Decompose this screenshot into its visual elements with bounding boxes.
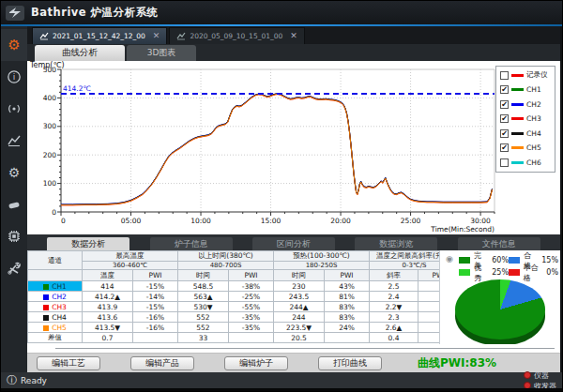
action-button-1[interactable]: 编辑产品: [130, 356, 194, 370]
sidebar-item-info[interactable]: i: [1, 61, 27, 93]
checkbox-icon[interactable]: ✔: [500, 85, 509, 94]
col-group-3: 温度之间最高斜率(升温): [370, 251, 441, 262]
pie-options-icon[interactable]: ◉: [446, 254, 459, 279]
table-scroll-strip[interactable]: [27, 344, 560, 353]
view-tab-bar: 曲线分析3D图表: [27, 44, 560, 61]
action-button-0[interactable]: 编辑工艺: [37, 356, 100, 370]
col-range-1: 480-700S: [178, 262, 274, 270]
sidebar-item-wireless[interactable]: [1, 93, 27, 125]
value-cell: 230: [274, 281, 325, 292]
curve-chart-panel: 0100200300400500005:0010:0015:0020:0025:…: [27, 61, 560, 234]
sidebar-item-dashboard-gear[interactable]: ⚙: [1, 29, 27, 61]
sidebar-item-tools[interactable]: [1, 252, 27, 284]
col-sub: 时间: [178, 270, 229, 281]
col-sub: 温度: [83, 270, 133, 281]
value-cell: 413.9: [83, 302, 133, 312]
table-row[interactable]: CH4413.6-16%552-35%24483%2.3: [28, 312, 441, 323]
table-row[interactable]: CH5413.5▼-16%552-35%223.5▼24%2.6▲: [28, 323, 441, 333]
pwi-cell: [418, 292, 441, 302]
analysis-tab-2[interactable]: 区间分析: [252, 237, 335, 250]
checkbox-icon[interactable]: ✔: [500, 100, 509, 109]
value-cell: 563▲: [178, 292, 229, 302]
analysis-tab-3[interactable]: 数据浏览: [355, 237, 437, 250]
svg-text:100: 100: [43, 179, 57, 188]
value-cell: 223.5▼: [274, 323, 325, 333]
sidebar-item-curve[interactable]: [1, 125, 27, 157]
legend-label: CH6: [526, 158, 541, 167]
file-tab-0[interactable]: 2021_01_15_12_42_12_00✕: [32, 27, 167, 44]
status-ready-text: Ready: [21, 376, 47, 385]
pwi-cell: -35%: [229, 323, 274, 333]
value-cell: 414.2▲: [83, 292, 133, 302]
channel-cell[interactable]: 差值: [28, 333, 83, 343]
sidebar-item-chip[interactable]: [1, 220, 27, 252]
legend-label: CH5: [526, 143, 541, 152]
analysis-tab-4[interactable]: 文件信息: [458, 237, 540, 250]
pwi-cell: -38%: [229, 281, 274, 292]
data-table-wrap: 通道最高温度以上时间(380℃)预热(100-300℃)温度之间最高斜率(升温)…: [27, 250, 440, 344]
value-cell: 2.3: [370, 312, 418, 323]
action-button-3[interactable]: 打印曲线: [318, 356, 382, 370]
legend-item-CH4[interactable]: ✔CH4: [500, 127, 555, 142]
channel-color-square: [43, 315, 49, 321]
close-icon[interactable]: ✕: [153, 31, 160, 40]
table-row[interactable]: CH3413.9-15%530▼-55%244▲83%2.2▼: [28, 302, 441, 312]
app-logo-icon: [6, 6, 24, 21]
view-tab-0[interactable]: 曲线分析: [35, 45, 125, 61]
pwi-cell: -15%: [133, 281, 178, 292]
legend-item-记录仪[interactable]: 记录仪: [500, 68, 555, 83]
table-row[interactable]: CH1414-15%548.5-38%23043%2.5: [28, 281, 441, 292]
legend-item-CH2[interactable]: ✔CH2: [500, 98, 555, 113]
checkbox-icon[interactable]: ✔: [500, 129, 509, 138]
value-cell: 2.6▲: [370, 323, 418, 333]
svg-text:200: 200: [43, 150, 57, 158]
close-icon[interactable]: ✕: [290, 31, 297, 40]
pwi-cell: [418, 281, 441, 292]
channel-cell[interactable]: CH4: [28, 312, 83, 323]
svg-text:⚙: ⚙: [8, 38, 20, 53]
analysis-tab-1[interactable]: 炉子信息: [150, 237, 233, 250]
table-row[interactable]: 差值0.73320.50.4: [28, 333, 441, 343]
info-icon: i: [7, 69, 22, 84]
pwi-pie-chart: [455, 279, 545, 353]
channel-cell[interactable]: CH5: [28, 323, 83, 333]
table-row[interactable]: CH2414.2▲-14%563▲-25%243.581%2.4: [28, 292, 441, 302]
legend-item-CH3[interactable]: ✔CH3: [500, 112, 555, 127]
channel-cell[interactable]: CH1: [28, 281, 83, 292]
legend-item-CH5[interactable]: ✔CH5: [500, 141, 555, 156]
channel-color-square: [43, 294, 49, 300]
status-bar: ⓘ Ready 仪器收发器: [1, 372, 562, 388]
legend-label: CH4: [526, 129, 541, 138]
pie-legend-value: 60%: [492, 256, 509, 264]
checkbox-icon[interactable]: ✔: [500, 143, 509, 152]
channel-cell[interactable]: CH3: [28, 302, 83, 312]
view-tab-1[interactable]: 3D图表: [127, 45, 196, 61]
value-cell: 414: [83, 281, 133, 292]
checkbox-icon[interactable]: [500, 158, 509, 167]
file-tab-1[interactable]: 2020_05_09_10_15_01_00✕: [169, 27, 304, 44]
pwi-cell: [229, 333, 274, 343]
svg-text:0: 0: [61, 217, 66, 225]
legend-label: CH3: [526, 114, 541, 123]
analysis-tab-0[interactable]: 数据分析: [47, 237, 129, 250]
value-cell: 552: [178, 312, 229, 323]
file-tab-bar: 2021_01_15_12_42_12_00✕2020_05_09_10_15_…: [27, 26, 560, 44]
action-button-2[interactable]: 编辑炉子: [224, 356, 288, 370]
pie-legend-item-不合格: 不合格0%: [509, 266, 558, 279]
svg-text:30:00: 30:00: [470, 217, 491, 225]
svg-text:414.2℃: 414.2℃: [63, 84, 91, 93]
legend-item-CH6[interactable]: CH6: [500, 156, 555, 171]
svg-text:Time(Min:Second): Time(Min:Second): [430, 225, 495, 234]
channel-cell[interactable]: CH2: [28, 292, 83, 302]
file-tab-label: 2021_01_15_12_42_12_00: [53, 32, 145, 40]
col-range-2: 180-250S: [274, 262, 370, 270]
col-group-0: 最高温度: [83, 251, 178, 262]
checkbox-icon[interactable]: [500, 71, 509, 80]
sidebar-item-recorder[interactable]: [1, 188, 27, 220]
legend-item-CH1[interactable]: ✔CH1: [500, 83, 555, 98]
channel-color-square: [43, 284, 49, 290]
temperature-chart[interactable]: 0100200300400500005:0010:0015:0020:0025:…: [27, 61, 498, 234]
status-indicator-label: 仪器: [534, 370, 549, 381]
sidebar-item-settings-gear[interactable]: ⚙: [1, 157, 27, 188]
checkbox-icon[interactable]: ✔: [500, 114, 509, 123]
